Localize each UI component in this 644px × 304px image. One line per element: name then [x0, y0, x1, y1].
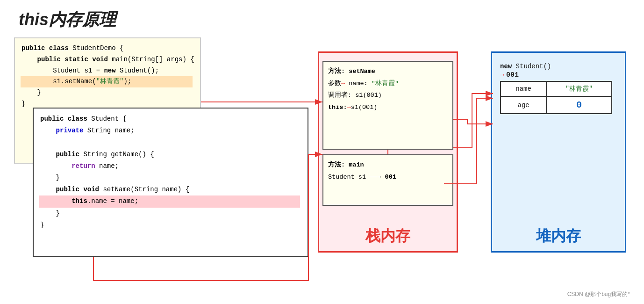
- frame-main: 方法: main Student s1 ——→ 001: [322, 154, 453, 206]
- watermark: CSDN @那个bug我写的°: [567, 290, 630, 298]
- heap-new-label: new Student(): [495, 61, 622, 71]
- code-line-2: public static void main(String[] args) {: [21, 54, 193, 65]
- student-line-2: private String name;: [40, 125, 301, 137]
- student-line-9: }: [40, 219, 301, 231]
- heap-memory-label: 堆内存: [536, 226, 581, 246]
- heap-field-age-label: age: [501, 96, 546, 114]
- student-line-8: }: [40, 208, 301, 219]
- setname-param: 参数→ name: "林青霞": [328, 78, 448, 90]
- student-line-6: public void setName(String name) {: [40, 184, 301, 195]
- heap-address: →001: [495, 71, 622, 81]
- code-line-4: s1.setName("林青霞");: [21, 76, 193, 87]
- setname-caller: 调用者: s1(001): [328, 89, 448, 101]
- title-rest: 内存原理: [49, 10, 116, 29]
- title-this: this: [19, 10, 49, 29]
- student-line-blank: [40, 137, 301, 148]
- student-line-4: return name;: [40, 160, 301, 172]
- student-line-7: this.name = name;: [40, 195, 301, 207]
- stack-memory-label: 栈内存: [365, 226, 410, 246]
- student-line-5: }: [40, 172, 301, 184]
- heap-row-name: name "林青霞": [501, 81, 612, 96]
- arrow-param-name-heap: [453, 119, 493, 124]
- setname-this: this:→s1(001): [328, 101, 448, 114]
- arrow-this-heap: [453, 94, 493, 148]
- code-line-1: public class StudentDemo {: [21, 43, 193, 54]
- code-line-5: }: [21, 87, 193, 99]
- code-box-student: public class Student { private String na…: [33, 108, 308, 257]
- heap-field-name-value: "林青霞": [546, 81, 612, 96]
- heap-field-age-value: 0: [546, 96, 612, 114]
- heap-row-age: age 0: [501, 96, 612, 114]
- heap-table: name "林青霞" age 0: [500, 81, 612, 114]
- setname-title: 方法: setName: [328, 65, 448, 78]
- code-line-3: Student s1 = new Student();: [21, 65, 193, 77]
- main-var: Student s1 ——→ 001: [328, 171, 448, 183]
- main-title: 方法: main: [328, 159, 448, 171]
- student-line-3: public String getName() {: [40, 149, 301, 160]
- heap-field-name-label: name: [501, 81, 546, 96]
- heap-object: new Student() →001 name "林青霞" age 0: [495, 61, 622, 114]
- frame-setname: 方法: setName 参数→ name: "林青霞" 调用者: s1(001)…: [322, 61, 453, 150]
- page-title: this内存原理: [19, 8, 116, 31]
- student-line-1: public class Student {: [40, 113, 301, 125]
